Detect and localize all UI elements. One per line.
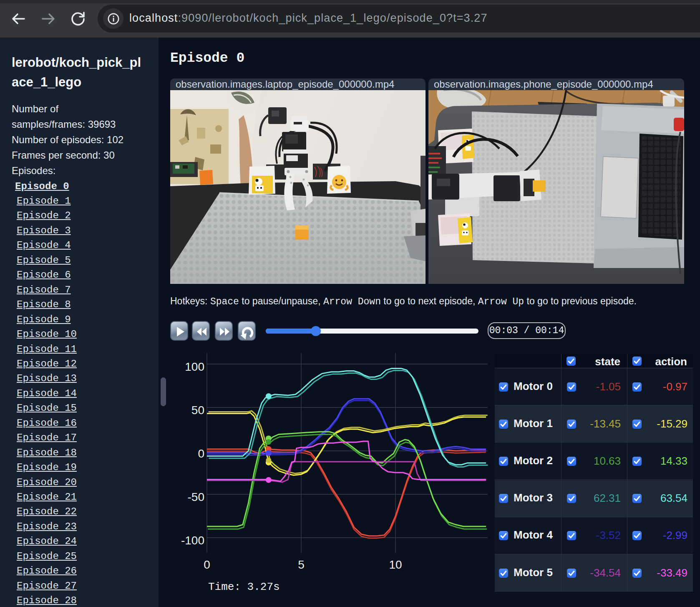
svg-text:100: 100 <box>185 360 204 373</box>
svg-text:50: 50 <box>191 404 204 417</box>
svg-text:0: 0 <box>198 447 204 460</box>
svg-text:0: 0 <box>204 558 210 571</box>
svg-text:-50: -50 <box>188 491 204 503</box>
svg-text:-100: -100 <box>181 534 204 547</box>
svg-text:5: 5 <box>298 558 305 571</box>
svg-text:10: 10 <box>389 558 402 571</box>
